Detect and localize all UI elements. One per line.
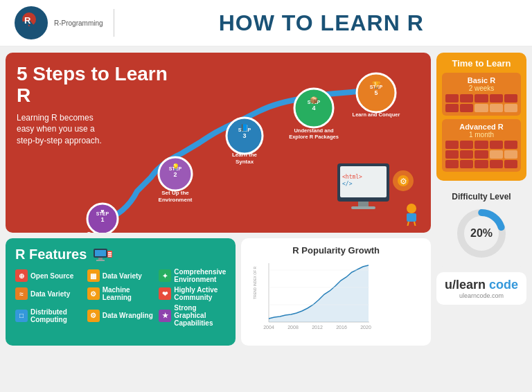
popularity-chart: TREND INDEX OF R 2004 2008 2012 2016 202… — [248, 260, 373, 336]
cal-cell — [504, 150, 517, 159]
data-variety-icon: ▦ — [87, 269, 100, 282]
brand-text: u/learn code — [442, 278, 521, 292]
header-divider — [114, 9, 114, 37]
advanced-calendar — [445, 141, 517, 168]
cal-cell — [490, 94, 503, 103]
svg-text:2008: 2008 — [288, 325, 299, 330]
svg-text:💡: 💡 — [172, 163, 180, 171]
main-content: 5 Steps to LearnR Learning R becomes eas… — [0, 47, 532, 351]
svg-line-45 — [407, 222, 409, 226]
svg-rect-53 — [108, 253, 112, 255]
difficulty-title: Difficulty Level — [442, 192, 521, 202]
cal-cell — [475, 104, 488, 112]
svg-text:Learn and Conquer: Learn and Conquer — [353, 112, 400, 118]
advanced-r-label: Advanced R — [445, 123, 517, 131]
difficulty-percent: 20% — [470, 227, 493, 240]
time-title: Time to Learn — [442, 58, 521, 69]
svg-rect-50 — [96, 260, 105, 261]
cal-cell — [445, 150, 459, 159]
page-title: HOW TO LEARN R — [125, 10, 518, 36]
left-section: 5 Steps to LearnR Learning R becomes eas… — [6, 53, 431, 346]
brand-url: ulearncode.com — [442, 292, 521, 299]
illustration: <html> </> ⚙ — [334, 157, 424, 226]
popularity-box: R Popularity Growth TREND INDEX OF R 200… — [241, 238, 431, 346]
feature-community: ❤ Highly Active Community — [159, 286, 226, 301]
basic-r-section: Basic R 2 weeks — [442, 73, 521, 116]
right-sidebar: Time to Learn Basic R 2 weeks — [436, 53, 526, 346]
features-title: R Features — [15, 247, 226, 262]
feature-distributed: □ Distributed Computing — [15, 304, 82, 327]
cal-cell — [460, 104, 473, 112]
svg-text:Environment: Environment — [159, 197, 193, 203]
cal-cell — [475, 150, 488, 159]
cal-cell — [475, 94, 488, 103]
svg-text:</>: </> — [342, 181, 353, 187]
svg-line-46 — [414, 222, 416, 226]
svg-rect-36 — [358, 202, 369, 207]
advanced-r-section: Advanced R 1 month — [442, 119, 521, 172]
svg-text:Define your: Define your — [87, 231, 118, 233]
cal-cell — [460, 94, 473, 103]
cal-cell — [490, 160, 503, 168]
svg-point-43 — [407, 204, 416, 213]
cal-cell — [460, 160, 473, 168]
feature-open-source: ⊕ Open Source — [15, 268, 82, 283]
cal-cell — [490, 150, 503, 159]
cal-cell — [445, 160, 459, 168]
cal-cell — [445, 104, 459, 112]
donut-chart: 20% — [454, 206, 509, 261]
feature-data-variety: ▦ Data Variety — [87, 268, 154, 283]
features-grid: ⊕ Open Source ▦ Data Variety ✦ Comprehen… — [15, 268, 226, 327]
cal-cell — [445, 94, 459, 103]
brand-code: code — [486, 278, 518, 292]
svg-text:Learn the: Learn the — [232, 152, 258, 158]
feature-ml: ⚙ Machine Learning — [87, 286, 154, 301]
cal-cell — [490, 104, 503, 112]
svg-text:3: 3 — [242, 132, 246, 139]
bottom-row: R Features ⊕ Open Sou — [6, 238, 431, 346]
cal-cell — [504, 104, 517, 112]
basic-r-label: Basic R — [445, 76, 517, 84]
logo-subtitle: R-Programming — [54, 19, 103, 27]
graphical-icon: ★ — [159, 310, 171, 322]
svg-text:Syntax: Syntax — [236, 159, 254, 165]
svg-rect-48 — [95, 250, 106, 256]
wrangling-icon: ⚙ — [87, 310, 100, 322]
popularity-title: R Popularity Growth — [248, 245, 424, 256]
difficulty-box: Difficulty Level 20% — [436, 186, 526, 267]
svg-text:📘: 📘 — [240, 123, 249, 132]
svg-rect-44 — [407, 213, 416, 222]
cal-cell — [504, 94, 517, 103]
feature-graphical: ★ Strong Graphical Capabilities — [159, 304, 226, 327]
community-icon: ❤ — [159, 287, 171, 300]
cal-cell — [445, 141, 459, 149]
svg-rect-52 — [108, 252, 112, 253]
cal-cell — [475, 141, 488, 149]
feature-comprehensive: ✦ Comprehensive Environment — [159, 268, 226, 283]
svg-rect-37 — [351, 206, 375, 209]
advanced-r-duration: 1 month — [445, 131, 517, 139]
logo-icon: R — [14, 6, 48, 40]
svg-rect-54 — [108, 256, 112, 257]
feature-wrangling: ⚙ Data Wrangling — [87, 304, 154, 327]
svg-text:Explore R Packages: Explore R Packages — [289, 134, 339, 140]
svg-text:1: 1 — [100, 216, 104, 223]
basic-r-duration: 2 weeks — [445, 84, 517, 92]
svg-text:Understand and: Understand and — [294, 127, 334, 134]
ml-icon: ⚙ — [87, 287, 100, 300]
svg-text:🏆: 🏆 — [372, 80, 381, 89]
cal-cell — [504, 160, 517, 168]
features-box: R Features ⊕ Open Sou — [6, 238, 236, 346]
vector-icon: ≈ — [15, 287, 28, 300]
svg-rect-49 — [98, 258, 103, 260]
logo-area: R R-Programming — [14, 6, 103, 40]
cal-cell — [475, 160, 488, 168]
svg-text:2: 2 — [173, 171, 177, 178]
computer-icon — [92, 247, 113, 262]
cal-cell — [490, 141, 503, 149]
cal-cell — [460, 150, 473, 159]
steps-banner: 5 Steps to LearnR Learning R becomes eas… — [6, 53, 431, 233]
feature-vector: ≈ Data Variety — [15, 286, 82, 301]
svg-text:2020: 2020 — [361, 325, 372, 330]
svg-text:<html>: <html> — [342, 174, 362, 180]
